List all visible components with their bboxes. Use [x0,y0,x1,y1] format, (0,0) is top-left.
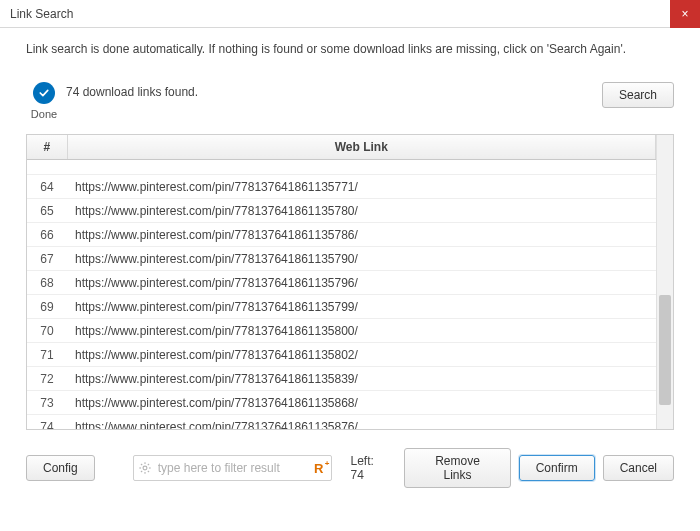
cell-index: 64 [27,175,67,199]
cell-index: 65 [27,199,67,223]
cell-link: https://www.pinterest.com/pin/7781376418… [67,199,656,223]
svg-point-0 [143,466,147,470]
filter-box[interactable]: R+ [133,455,333,481]
cell-index: 69 [27,295,67,319]
left-count-label: Left: 74 [350,454,388,482]
links-table-container: # Web Link 64https://www.pinterest.com/p… [26,134,674,430]
svg-line-7 [147,464,148,465]
table-row[interactable] [27,160,656,175]
cell-link: https://www.pinterest.com/pin/7781376418… [67,367,656,391]
regex-toggle-icon[interactable]: R+ [314,461,327,476]
table-row[interactable]: 73https://www.pinterest.com/pin/77813764… [27,391,656,415]
vertical-scrollbar[interactable] [656,135,673,429]
search-button[interactable]: Search [602,82,674,108]
config-button[interactable]: Config [26,455,95,481]
cell-index: 70 [27,319,67,343]
table-row[interactable]: 74https://www.pinterest.com/pin/77813764… [27,415,656,430]
cancel-button[interactable]: Cancel [603,455,674,481]
cell-link: https://www.pinterest.com/pin/7781376418… [67,343,656,367]
done-check-icon [33,82,55,104]
cell-index: 74 [27,415,67,430]
titlebar: Link Search × [0,0,700,28]
table-row[interactable]: 70https://www.pinterest.com/pin/77813764… [27,319,656,343]
cell-index: 67 [27,247,67,271]
table-row[interactable]: 72https://www.pinterest.com/pin/77813764… [27,367,656,391]
description-text: Link search is done automatically. If no… [26,42,674,56]
gear-icon [138,461,152,475]
table-row[interactable]: 71https://www.pinterest.com/pin/77813764… [27,343,656,367]
table-row[interactable]: 64https://www.pinterest.com/pin/77813764… [27,175,656,199]
footer-bar: Config R+ Left: 74 Remove Links Confirm … [26,448,674,488]
cell-index: 68 [27,271,67,295]
cell-index: 73 [27,391,67,415]
table-row[interactable]: 68https://www.pinterest.com/pin/77813764… [27,271,656,295]
cell-index: 72 [27,367,67,391]
cell-index: 71 [27,343,67,367]
status-message: 74 download links found. [66,82,602,99]
table-row[interactable]: 65https://www.pinterest.com/pin/77813764… [27,199,656,223]
remove-links-button[interactable]: Remove Links [404,448,510,488]
svg-line-8 [141,471,142,472]
done-label: Done [31,108,57,120]
cell-link: https://www.pinterest.com/pin/7781376418… [67,247,656,271]
close-button[interactable]: × [670,0,700,28]
close-icon: × [681,7,688,21]
cell-link: https://www.pinterest.com/pin/7781376418… [67,319,656,343]
svg-line-6 [147,471,148,472]
cell-link: https://www.pinterest.com/pin/7781376418… [67,295,656,319]
cell-link: https://www.pinterest.com/pin/7781376418… [67,223,656,247]
links-table: # Web Link 64https://www.pinterest.com/p… [27,135,656,429]
svg-line-5 [141,464,142,465]
window-title: Link Search [10,7,73,21]
col-header-link[interactable]: Web Link [67,135,656,160]
col-header-index[interactable]: # [27,135,67,160]
cell-index: 66 [27,223,67,247]
table-row[interactable]: 69https://www.pinterest.com/pin/77813764… [27,295,656,319]
cell-link: https://www.pinterest.com/pin/7781376418… [67,271,656,295]
cell-link: https://www.pinterest.com/pin/7781376418… [67,175,656,199]
table-row[interactable]: 67https://www.pinterest.com/pin/77813764… [27,247,656,271]
scrollbar-thumb[interactable] [659,295,671,405]
status-row: Done 74 download links found. Search [26,82,674,120]
table-row[interactable]: 66https://www.pinterest.com/pin/77813764… [27,223,656,247]
confirm-button[interactable]: Confirm [519,455,595,481]
cell-link: https://www.pinterest.com/pin/7781376418… [67,415,656,430]
filter-input[interactable] [152,461,314,475]
cell-link: https://www.pinterest.com/pin/7781376418… [67,391,656,415]
